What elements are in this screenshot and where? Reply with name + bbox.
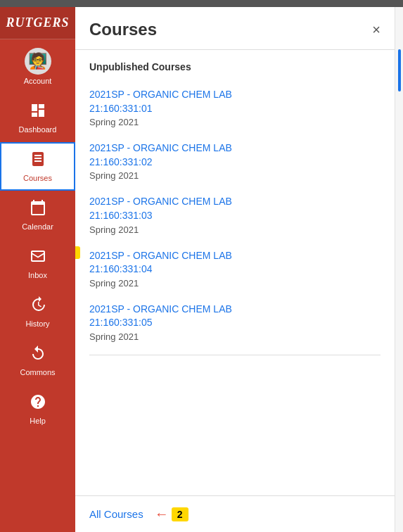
course-item-4[interactable]: 2021SP - ORGANIC CHEM LAB21:160:331:04 S… [89,242,380,296]
course-link-2[interactable]: 2021SP - ORGANIC CHEM LAB21:160:331:02 [89,141,380,169]
avatar: 🧑‍🏫 [25,48,51,75]
badge-1: 1 [75,246,80,259]
rutgers-logo: RUTGERS [6,15,69,30]
course-link-1[interactable]: 2021SP - ORGANIC CHEM LAB21:160:331:01 [89,88,380,115]
sidebar: RUTGERS 🧑‍🏫 Account Dashboard Courses [0,7,75,532]
course-term-2: Spring 2021 [89,170,380,181]
course-link-3[interactable]: 2021SP - ORGANIC CHEM LAB21:160:331:03 [89,195,380,222]
calendar-icon [30,199,46,220]
course-item-3[interactable]: 2021SP - ORGANIC CHEM LAB21:160:331:03 S… [89,188,380,241]
course-term-5: Spring 2021 [89,331,380,342]
panel-header: Courses × [75,7,395,50]
scroll-bar [398,49,401,91]
courses-divider [89,355,380,355]
course-term-1: Spring 2021 [89,117,380,127]
panel-footer: All Courses ← 2 [75,495,395,532]
courses-panel: Courses × Unpublished Courses 2021SP - O… [75,7,395,532]
top-bar [0,0,403,7]
sidebar-label-account: Account [24,77,52,85]
sidebar-item-commons[interactable]: Commons [0,336,75,385]
sidebar-item-inbox[interactable]: Inbox [0,239,75,288]
sidebar-label-help: Help [30,417,46,425]
arrow-badge-container: ← 2 [155,506,188,522]
courses-icon [30,151,46,172]
sidebar-item-dashboard[interactable]: Dashboard [0,94,75,142]
all-courses-link[interactable]: All Courses [89,508,143,520]
course-link-4[interactable]: 2021SP - ORGANIC CHEM LAB21:160:331:04 [89,249,380,277]
sidebar-label-dashboard: Dashboard [19,125,57,134]
course-item-1[interactable]: 2021SP - ORGANIC CHEM LAB21:160:331:01 S… [89,81,380,134]
course-term-4: Spring 2021 [89,278,380,289]
course-term-3: Spring 2021 [89,224,380,235]
course-link-5[interactable]: 2021SP - ORGANIC CHEM LAB21:160:331:05 [89,303,380,330]
sidebar-label-history: History [25,319,49,328]
right-scroll-indicator [395,7,403,532]
sidebar-label-courses: Courses [23,174,52,182]
sidebar-item-help[interactable]: Help [0,385,75,433]
sidebar-item-courses[interactable]: Courses [0,142,75,191]
sidebar-label-calendar: Calendar [22,222,53,231]
sidebar-label-commons: Commons [20,368,55,376]
sidebar-item-account[interactable]: 🧑‍🏫 Account [0,39,75,94]
course-list: 2021SP - ORGANIC CHEM LAB21:160:331:01 S… [89,81,380,349]
course-item-2[interactable]: 2021SP - ORGANIC CHEM LAB21:160:331:02 S… [89,134,380,188]
panel-content: Unpublished Courses 2021SP - ORGANIC CHE… [75,50,395,495]
inbox-icon [30,248,46,269]
history-icon [30,296,46,317]
sidebar-label-inbox: Inbox [28,271,47,279]
section-title: Unpublished Courses [89,61,380,72]
sidebar-logo: RUTGERS [0,7,75,39]
arrow-icon: ← [155,506,169,522]
course-item-5[interactable]: 2021SP - ORGANIC CHEM LAB21:160:331:05 S… [89,296,380,349]
main-layout: RUTGERS 🧑‍🏫 Account Dashboard Courses [0,7,403,532]
dashboard-icon [30,102,46,123]
panel-title: Courses [89,20,157,39]
sidebar-item-history[interactable]: History [0,288,75,336]
sidebar-item-calendar[interactable]: Calendar [0,191,75,239]
badge-2: 2 [172,507,188,521]
help-icon [30,393,46,414]
close-button[interactable]: × [372,23,380,37]
commons-icon [30,345,46,366]
